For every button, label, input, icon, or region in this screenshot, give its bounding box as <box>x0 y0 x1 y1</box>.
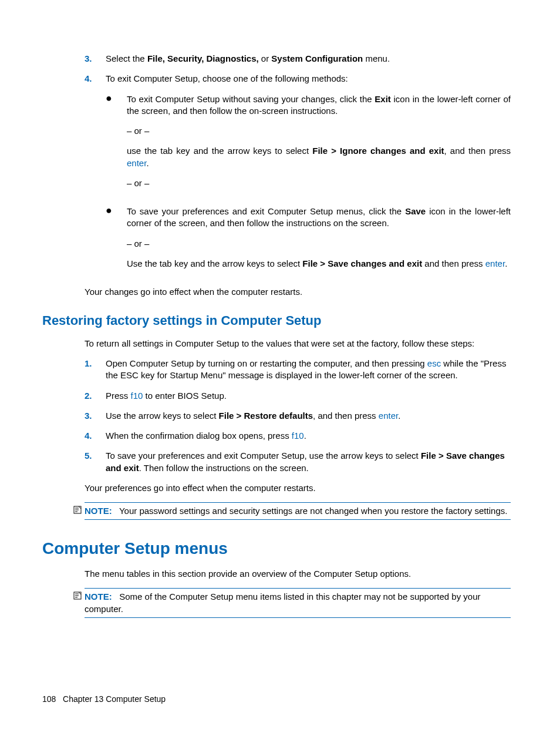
text: to enter BIOS Setup. <box>143 391 227 401</box>
paragraph: The menu tables in this section provide … <box>85 568 511 580</box>
or-separator: – or – <box>127 238 511 250</box>
text: . Then follow the instructions on the sc… <box>139 463 309 473</box>
page-footer: 108 Chapter 13 Computer Setup <box>42 694 166 705</box>
text: Open Computer Setup by turning on or res… <box>106 358 427 368</box>
text: , and then press <box>444 146 511 156</box>
note-content: NOTE: Your password settings and securit… <box>85 502 511 520</box>
heading-computer-setup-menus: Computer Setup menus <box>42 537 511 560</box>
list-item: 4. When the confirmation dialog box open… <box>42 430 511 442</box>
list-number: 3. <box>85 53 106 65</box>
list-number: 4. <box>85 430 106 442</box>
list-body: Press f10 to enter BIOS Setup. <box>106 390 511 402</box>
bullet-body: To exit Computer Setup without saving yo… <box>127 93 511 198</box>
text: , and then press <box>313 411 379 421</box>
key-label: enter <box>485 258 505 268</box>
bullet-body: To save your preferences and exit Comput… <box>127 206 511 270</box>
text: . <box>146 158 149 168</box>
bold-text: File, Security, Diagnostics, <box>147 53 259 63</box>
paragraph: Your preferences go into effect when the… <box>85 482 511 494</box>
text: To save your preferences and exit Comput… <box>127 206 405 216</box>
text: To save your preferences and exit Comput… <box>106 451 421 461</box>
note-label: NOTE: <box>85 592 112 601</box>
list-body: When the confirmation dialog box opens, … <box>106 430 511 442</box>
list-item: 5. To save your preferences and exit Com… <box>42 450 511 474</box>
text: . <box>398 411 400 421</box>
bold-text: File > Restore defaults <box>219 411 313 421</box>
bold-text: Exit <box>375 94 391 104</box>
list-body: Select the File, Security, Diagnostics, … <box>106 53 511 65</box>
list-item: 3. Select the File, Security, Diagnostic… <box>42 53 511 65</box>
note-label: NOTE: <box>85 506 112 516</box>
list-item: 3. Use the arrow keys to select File > R… <box>42 410 511 422</box>
text: . <box>304 431 306 441</box>
text: To exit Computer Setup without saving yo… <box>127 94 375 104</box>
text: . <box>505 258 507 268</box>
note-text: Your password settings and security sett… <box>119 506 508 516</box>
bullet-item: ● To save your preferences and exit Comp… <box>106 206 511 270</box>
note-content: NOTE: Some of the Computer Setup menu it… <box>85 588 511 618</box>
key-label: enter <box>127 158 146 168</box>
list-number: 3. <box>85 410 106 422</box>
list-body: Use the arrow keys to select File > Rest… <box>106 410 511 422</box>
note-text: Some of the Computer Setup menu items li… <box>85 592 481 613</box>
text: Use the tab key and the arrow keys to se… <box>127 258 302 268</box>
or-separator: – or – <box>127 125 511 137</box>
text: or <box>259 53 272 63</box>
bold-text: File > Ignore changes and exit <box>312 146 444 156</box>
note-block: NOTE: Some of the Computer Setup menu it… <box>73 588 511 618</box>
document-page: 3. Select the File, Security, Diagnostic… <box>0 0 560 746</box>
heading-restoring-factory: Restoring factory settings in Computer S… <box>42 312 511 330</box>
key-label: f10 <box>292 431 304 441</box>
text: and then press <box>422 258 485 268</box>
bold-text: System Configuration <box>271 53 363 63</box>
bold-text: Save <box>405 206 426 216</box>
list-number: 1. <box>85 358 106 382</box>
key-label: f10 <box>131 391 143 401</box>
bullet-icon: ● <box>106 206 127 270</box>
list-item: 1. Open Computer Setup by turning on or … <box>42 358 511 382</box>
text: To exit Computer Setup, choose one of th… <box>106 73 348 83</box>
note-block: NOTE: Your password settings and securit… <box>73 502 511 520</box>
chapter-label: Chapter 13 Computer Setup <box>63 694 166 704</box>
list-number: 4. <box>85 73 106 278</box>
paragraph: To return all settings in Computer Setup… <box>85 338 511 350</box>
list-body: Open Computer Setup by turning on or res… <box>106 358 511 382</box>
bullet-item: ● To exit Computer Setup without saving … <box>106 93 511 198</box>
paragraph: Your changes go into effect when the com… <box>85 286 511 298</box>
text: When the confirmation dialog box opens, … <box>106 431 292 441</box>
list-item: 2. Press f10 to enter BIOS Setup. <box>42 390 511 402</box>
list-number: 5. <box>85 450 106 474</box>
text: Select the <box>106 53 147 63</box>
list-body: To save your preferences and exit Comput… <box>106 450 511 474</box>
ordered-list-restore: 1. Open Computer Setup by turning on or … <box>42 358 511 474</box>
text: Press <box>106 391 131 401</box>
key-label: esc <box>427 358 441 368</box>
list-body: To exit Computer Setup, choose one of th… <box>106 73 511 278</box>
bullet-icon: ● <box>106 93 127 198</box>
text: use the tab key and the arrow keys to se… <box>127 146 312 156</box>
list-number: 2. <box>85 390 106 402</box>
list-item: 4. To exit Computer Setup, choose one of… <box>42 73 511 278</box>
note-icon <box>73 505 85 518</box>
or-separator: – or – <box>127 177 511 189</box>
key-label: enter <box>379 411 398 421</box>
note-icon <box>73 591 85 604</box>
text: Use the arrow keys to select <box>106 411 219 421</box>
text: menu. <box>363 53 390 63</box>
ordered-list-continued: 3. Select the File, Security, Diagnostic… <box>42 53 511 278</box>
bold-text: File > Save changes and exit <box>302 258 422 268</box>
page-number: 108 <box>42 694 56 704</box>
